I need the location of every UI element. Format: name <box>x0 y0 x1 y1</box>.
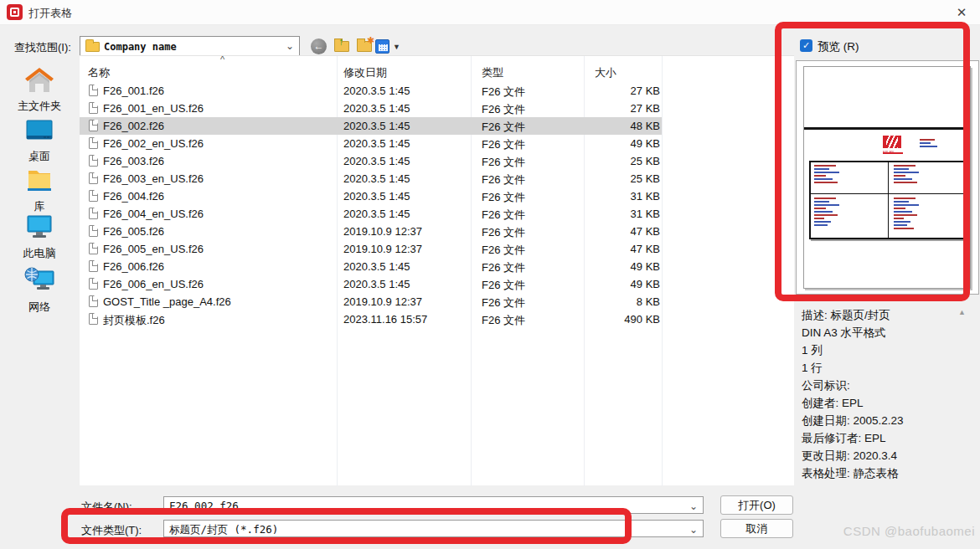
preview-description-line: 创建日期: 2005.2.23 <box>802 412 962 429</box>
watermark: CSDN @baofubaomei <box>843 524 975 538</box>
view-menu-icon[interactable] <box>375 39 389 54</box>
back-icon[interactable]: ← <box>311 38 327 54</box>
document-rule <box>804 127 970 130</box>
table-cell <box>894 198 965 238</box>
sidebar-item-this-pc[interactable]: 此电脑 <box>2 213 77 261</box>
file-name: F26_006_en_US.f26 <box>103 278 204 290</box>
file-icon <box>89 190 98 202</box>
file-name: F26_002_en_US.f26 <box>103 137 204 150</box>
column-header-date[interactable]: 修改日期 <box>343 65 387 80</box>
library-icon <box>23 164 55 194</box>
file-type: F26 文件 <box>482 225 525 240</box>
sidebar-item-network[interactable]: 网络 <box>2 264 77 315</box>
sidebar-item-home[interactable]: 主文件夹 <box>2 67 77 114</box>
look-in-label: 查找范围(I): <box>14 40 71 55</box>
table-row[interactable]: F26_003_en_US.f26 2020.3.5 1:45 F26 文件 2… <box>80 170 662 187</box>
file-name: F26_001_en_US.f26 <box>103 102 204 115</box>
file-name-label: 文件名(N): <box>81 500 132 515</box>
file-date: 2020.3.5 1:45 <box>343 260 410 273</box>
table-row[interactable]: F26_001.f26 2020.3.5 1:45 F26 文件 27 KB <box>80 82 662 100</box>
file-type: F26 文件 <box>482 278 525 293</box>
preview-description-line: 描述: 标题页/封页 <box>802 306 962 324</box>
file-name: F26_004_en_US.f26 <box>103 208 204 220</box>
file-type: F26 文件 <box>482 172 525 187</box>
file-name: F26_005.f26 <box>103 225 164 238</box>
file-type: F26 文件 <box>482 190 525 205</box>
preview-description-line: 更改日期: 2020.3.4 <box>802 447 962 464</box>
chevron-down-icon[interactable]: ⌄ <box>689 524 698 536</box>
file-type: F26 文件 <box>482 208 525 223</box>
file-type-combobox[interactable]: 标题页/封页 (*.f26) ⌄ <box>163 520 704 537</box>
file-date: 2020.3.5 1:45 <box>343 137 410 150</box>
file-type: F26 文件 <box>482 313 525 328</box>
file-date: 2019.10.9 12:37 <box>343 225 422 238</box>
file-type: F26 文件 <box>482 137 525 152</box>
file-name-combobox[interactable]: F26_002.f26 ⌄ <box>163 496 704 514</box>
file-icon <box>89 225 98 237</box>
title-block-table <box>809 161 967 239</box>
file-date: 2020.3.5 1:45 <box>343 85 410 97</box>
file-icon <box>89 208 98 219</box>
close-icon[interactable]: ✕ <box>952 3 972 23</box>
sidebar-item-label: 主文件夹 <box>2 99 77 114</box>
table-row[interactable]: F26_005.f26 2019.10.9 12:37 F26 文件 47 KB <box>80 223 662 240</box>
sidebar-item-label: 桌面 <box>2 149 77 164</box>
preview-checkbox-label: 预览 (R) <box>818 39 859 54</box>
table-row[interactable]: F26_004_en_US.f26 2020.3.5 1:45 F26 文件 3… <box>80 205 662 223</box>
file-date: 2019.10.9 12:37 <box>343 243 422 255</box>
file-name-value: F26_002.f26 <box>169 500 239 512</box>
sort-ascending-icon: ^ <box>220 54 224 64</box>
table-row[interactable]: F26_006.f26 2020.3.5 1:45 F26 文件 49 KB <box>80 258 662 275</box>
file-date: 2020.3.5 1:45 <box>343 102 410 115</box>
file-type: F26 文件 <box>482 295 525 310</box>
table-row[interactable]: F26_003.f26 2020.3.5 1:45 F26 文件 25 KB <box>80 152 662 170</box>
table-row[interactable]: F26_006_en_US.f26 2020.3.5 1:45 F26 文件 4… <box>80 275 662 293</box>
file-size: 25 KB <box>549 172 660 185</box>
company-logo-text: EPLAN <box>883 150 903 154</box>
chevron-down-icon[interactable]: ⌄ <box>689 500 698 512</box>
file-date: 2019.10.9 12:37 <box>343 295 422 308</box>
file-type: F26 文件 <box>482 260 525 275</box>
window-title: 打开表格 <box>28 6 72 21</box>
table-row[interactable]: F26_005_en_US.f26 2019.10.9 12:37 F26 文件… <box>80 240 662 258</box>
file-date: 2020.3.5 1:45 <box>343 208 410 220</box>
file-date: 2023.11.16 15:57 <box>343 313 427 326</box>
file-name: F26_001.f26 <box>103 85 164 97</box>
file-type: F26 文件 <box>482 155 525 170</box>
file-name: F26_006.f26 <box>103 260 164 273</box>
file-icon <box>89 102 98 114</box>
column-header-type[interactable]: 类型 <box>482 65 503 80</box>
file-size: 31 KB <box>549 190 660 203</box>
table-cell <box>814 165 885 190</box>
look-in-combobox[interactable]: Company name ⌄ <box>80 36 300 57</box>
table-row[interactable]: F26_002.f26 2020.3.5 1:45 F26 文件 48 KB <box>80 117 662 135</box>
table-row[interactable]: F26_004.f26 2020.3.5 1:45 F26 文件 31 KB <box>80 187 662 205</box>
file-name: 封页模板.f26 <box>103 313 165 328</box>
sidebar-item-library[interactable]: 库 <box>2 164 77 214</box>
file-rows: F26_001.f26 2020.3.5 1:45 F26 文件 27 KB F… <box>80 82 794 328</box>
table-row[interactable]: F26_002_en_US.f26 2020.3.5 1:45 F26 文件 4… <box>80 135 662 152</box>
open-button[interactable]: 打开(O) <box>720 495 793 515</box>
folder-up-icon[interactable]: ↑ <box>334 41 349 52</box>
table-row[interactable]: F26_001_en_US.f26 2020.3.5 1:45 F26 文件 2… <box>80 100 662 117</box>
view-menu-caret-icon[interactable]: ▼ <box>393 43 400 51</box>
preview-description-line: 1 列 <box>802 341 962 359</box>
column-header-size[interactable]: 大小 <box>595 65 616 80</box>
scroll-up-icon[interactable]: ▲ <box>958 308 966 316</box>
file-icon <box>89 313 98 325</box>
file-size: 49 KB <box>549 260 660 273</box>
folder-icon <box>85 42 100 52</box>
desktop-icon <box>23 117 55 144</box>
sidebar-item-desktop[interactable]: 桌面 <box>2 117 77 164</box>
table-row[interactable]: 封页模板.f26 2023.11.16 15:57 F26 文件 490 KB <box>80 310 662 328</box>
new-folder-icon[interactable]: ✱ <box>357 41 372 52</box>
preview-checkbox[interactable]: ✓ <box>800 39 812 52</box>
column-header-name[interactable]: 名称 <box>88 65 110 80</box>
file-name: F26_004.f26 <box>103 190 164 203</box>
chevron-down-icon[interactable]: ⌄ <box>286 40 294 52</box>
file-list: ^ 名称 修改日期 类型 大小 F26_001.f26 2020.3.5 1:4… <box>80 55 794 485</box>
file-size: 27 KB <box>549 85 660 97</box>
table-row[interactable]: GOST_Title _page_A4.f26 2019.10.9 12:37 … <box>80 293 662 310</box>
cancel-button[interactable]: 取消 <box>720 519 793 538</box>
preview-description-line: 1 行 <box>802 359 962 377</box>
